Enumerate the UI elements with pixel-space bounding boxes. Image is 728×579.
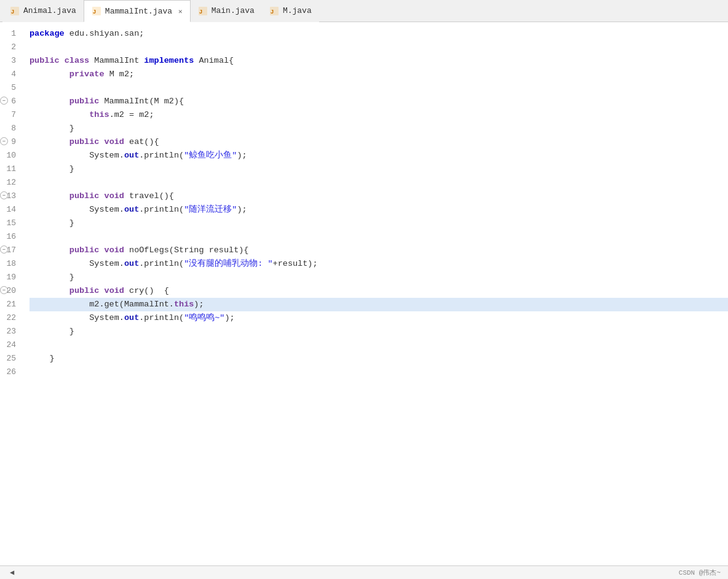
line-num-7: 7 — [0, 108, 20, 122]
tab-mammalint[interactable]: J MammalInt.java ✕ — [84, 0, 191, 22]
code-line-18: System.out.println("没有腿的哺乳动物: "+result); — [30, 257, 728, 271]
code-content[interactable]: package edu.shiyan.san; public class Mam… — [25, 22, 728, 565]
code-line-15: } — [30, 217, 728, 230]
tab-bar: J Animal.java J MammalInt.java ✕ J Main.… — [0, 0, 728, 22]
line-num-21: 21 — [0, 298, 20, 311]
code-line-23: } — [30, 325, 728, 338]
svg-text:J: J — [93, 9, 96, 15]
java-icon-animal: J — [10, 6, 20, 16]
java-icon-mjava: J — [269, 6, 279, 16]
svg-text:J: J — [271, 9, 274, 15]
code-line-22: System.out.println("鸣鸣鸣~"); — [30, 311, 728, 325]
tab-animal[interactable]: J Animal.java — [2, 0, 84, 22]
code-line-19: } — [30, 271, 728, 284]
code-line-17: public void noOfLegs(String result){ — [30, 244, 728, 257]
line-num-4: 4 — [0, 68, 20, 81]
line-num-25: 25 — [0, 352, 20, 365]
line-num-19: 19 — [0, 271, 20, 284]
line-num-14: 14 — [0, 203, 20, 217]
svg-text:J: J — [199, 9, 202, 15]
code-line-25: } — [30, 352, 728, 365]
tab-mjava[interactable]: J M.java — [262, 0, 319, 22]
line-num-23: 23 — [0, 325, 20, 338]
tab-close-mammalint[interactable]: ✕ — [178, 7, 183, 15]
line-num-15: 15 — [0, 217, 20, 230]
code-area: 1 2 3 4 5 6 − 7 8 9 − 10 11 12 13 − 14 1… — [0, 22, 728, 565]
line-num-9: 9 − — [0, 135, 20, 149]
fold-indicator-13[interactable]: − — [0, 191, 8, 199]
code-line-24 — [30, 338, 728, 352]
code-line-10: System.out.println("鲸鱼吃小鱼"); — [30, 149, 728, 162]
code-line-5 — [30, 81, 728, 95]
line-num-1: 1 — [0, 27, 20, 41]
code-line-7: this.m2 = m2; — [30, 108, 728, 122]
line-num-11: 11 — [0, 162, 20, 176]
line-num-13: 13 − — [0, 190, 20, 203]
line-num-12: 12 — [0, 176, 20, 190]
code-line-8: } — [30, 122, 728, 135]
bottom-bar: ◀ CSDN @伟杰~ — [0, 565, 728, 579]
code-line-16 — [30, 230, 728, 244]
line-num-22: 22 — [0, 311, 20, 325]
java-icon-mammalint: J — [92, 6, 101, 16]
line-num-20: 20 − — [0, 284, 20, 298]
fold-indicator-9[interactable]: − — [0, 137, 8, 145]
line-num-8: 8 — [0, 122, 20, 135]
fold-indicator-17[interactable]: − — [0, 246, 8, 254]
line-num-18: 18 — [0, 257, 20, 271]
tab-label-mjava: M.java — [283, 6, 312, 15]
line-num-16: 16 — [0, 230, 20, 244]
fold-indicator-20[interactable]: − — [0, 286, 8, 294]
watermark: CSDN @伟杰~ — [679, 568, 721, 577]
code-line-12 — [30, 176, 728, 190]
tab-label-mammalint: MammalInt.java — [105, 7, 172, 16]
line-num-2: 2 — [0, 41, 20, 54]
tab-main[interactable]: J Main.java — [191, 0, 262, 22]
code-line-3: public class MammalInt implements Animal… — [30, 54, 728, 68]
line-num-6: 6 − — [0, 95, 20, 108]
code-line-9: public void eat(){ — [30, 135, 728, 149]
line-num-24: 24 — [0, 338, 20, 352]
svg-text:J: J — [11, 9, 14, 15]
line-num-3: 3 — [0, 54, 20, 68]
tab-label-animal: Animal.java — [23, 6, 76, 15]
line-num-17: 17 − — [0, 244, 20, 257]
code-line-13: public void travel(){ — [30, 190, 728, 203]
scroll-left-arrow[interactable]: ◀ — [7, 568, 17, 577]
fold-indicator-6[interactable]: − — [0, 97, 8, 105]
code-line-26 — [30, 365, 728, 379]
code-line-4: private M m2; — [30, 68, 728, 81]
line-num-26: 26 — [0, 365, 20, 379]
code-line-6: public MammalInt(M m2){ — [30, 95, 728, 108]
line-num-5: 5 — [0, 81, 20, 95]
code-line-14: System.out.println("随洋流迁移"); — [30, 203, 728, 217]
line-num-10: 10 — [0, 149, 20, 162]
code-line-21: m2.get(MammalInt.this); — [30, 298, 728, 311]
code-line-20: public void cry() { — [30, 284, 728, 298]
code-line-2 — [30, 41, 728, 54]
bottom-left: ◀ — [7, 568, 17, 577]
line-numbers: 1 2 3 4 5 6 − 7 8 9 − 10 11 12 13 − 14 1… — [0, 22, 25, 565]
java-icon-main: J — [198, 6, 208, 16]
code-line-1: package edu.shiyan.san; — [30, 27, 728, 41]
tab-label-main: Main.java — [212, 6, 255, 15]
code-line-11: } — [30, 162, 728, 176]
